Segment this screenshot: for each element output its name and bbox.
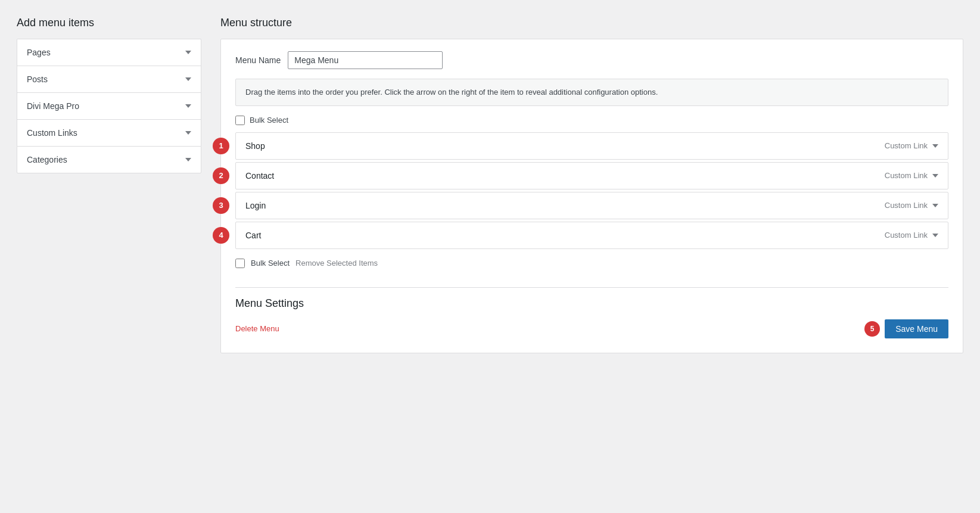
remove-selected-link[interactable]: Remove Selected Items (295, 259, 378, 268)
menu-item-contact-name: Contact (245, 171, 274, 181)
step-badge-3: 3 (213, 197, 229, 214)
accordion-posts-label: Posts (27, 74, 48, 84)
menu-structure-title: Menu structure (220, 17, 963, 29)
chevron-down-icon[interactable] (932, 174, 938, 178)
menu-name-input[interactable] (288, 51, 443, 69)
menu-name-row: Menu Name (235, 51, 948, 69)
add-menu-items-title: Add menu items (17, 17, 201, 29)
right-panel: Menu structure Menu Name Drag the items … (220, 17, 963, 353)
step-badge-4: 4 (213, 227, 229, 244)
menu-item-cart-type-area: Custom Link (885, 231, 938, 240)
chevron-down-icon (185, 77, 191, 81)
menu-item-cart-type: Custom Link (885, 231, 928, 240)
menu-item-row: 3 Login Custom Link (235, 192, 948, 219)
step-badge-1: 1 (213, 138, 229, 154)
save-menu-button[interactable]: Save Menu (885, 319, 948, 338)
bottom-bulk-select-checkbox[interactable] (235, 259, 245, 268)
menu-item-cart-name: Cart (245, 231, 261, 240)
menu-item-contact-type: Custom Link (885, 171, 928, 180)
menu-item-login-type: Custom Link (885, 201, 928, 210)
chevron-down-icon[interactable] (932, 234, 938, 237)
top-bulk-select-label[interactable]: Bulk Select (250, 116, 288, 125)
menu-item-row: 2 Contact Custom Link (235, 162, 948, 189)
bottom-bulk-select-row: Bulk Select Remove Selected Items (235, 259, 948, 268)
menu-items-list: 1 Shop Custom Link 2 (235, 132, 948, 249)
menu-item-shop-name: Shop (245, 141, 265, 151)
menu-item-row: 4 Cart Custom Link (235, 222, 948, 249)
menu-name-label: Menu Name (235, 55, 281, 65)
accordion-pages[interactable]: Pages (17, 39, 201, 66)
menu-item-shop-type-area: Custom Link (885, 141, 938, 150)
menu-item-shop[interactable]: Shop Custom Link (235, 132, 948, 160)
top-bulk-select-checkbox[interactable] (235, 116, 245, 125)
chevron-down-icon[interactable] (932, 204, 938, 207)
menu-item-shop-type: Custom Link (885, 141, 928, 150)
menu-item-row: 1 Shop Custom Link (235, 132, 948, 160)
drag-instruction: Drag the items into the order you prefer… (235, 79, 948, 106)
accordion-pages-label: Pages (27, 48, 51, 57)
accordion-posts[interactable]: Posts (17, 66, 201, 92)
bottom-bulk-select-label[interactable]: Bulk Select (251, 259, 290, 268)
delete-menu-link[interactable]: Delete Menu (235, 324, 279, 333)
step-badge-2: 2 (213, 167, 229, 184)
chevron-down-icon (185, 51, 191, 54)
save-menu-btn-wrapper: 5 Save Menu (864, 319, 948, 338)
menu-settings-title: Menu Settings (235, 287, 948, 310)
chevron-down-icon (185, 131, 191, 135)
chevron-down-icon[interactable] (932, 144, 938, 148)
menu-item-contact[interactable]: Contact Custom Link (235, 162, 948, 189)
menu-item-contact-type-area: Custom Link (885, 171, 938, 180)
chevron-down-icon (185, 104, 191, 108)
accordion-divi-mega-pro[interactable]: Divi Mega Pro (17, 92, 201, 119)
menu-item-cart[interactable]: Cart Custom Link (235, 222, 948, 249)
menu-item-login[interactable]: Login Custom Link (235, 192, 948, 219)
menu-settings-section: Menu Settings Delete Menu 5 Save Menu (235, 287, 948, 338)
accordion-divi-mega-pro-label: Divi Mega Pro (27, 101, 79, 111)
accordion-categories[interactable]: Categories (17, 146, 201, 173)
accordion-custom-links-label: Custom Links (27, 128, 77, 138)
left-panel: Add menu items Pages Posts Divi Mega Pro… (17, 17, 201, 353)
accordion-list: Pages Posts Divi Mega Pro Custom Links C… (17, 39, 201, 173)
top-bulk-select-row: Bulk Select (235, 116, 948, 125)
save-step-badge: 5 (864, 321, 880, 337)
menu-item-login-type-area: Custom Link (885, 201, 938, 210)
delete-footer-row: Delete Menu 5 Save Menu (235, 319, 948, 338)
accordion-categories-label: Categories (27, 155, 67, 164)
accordion-custom-links[interactable]: Custom Links (17, 119, 201, 146)
chevron-down-icon (185, 158, 191, 161)
menu-structure-box: Menu Name Drag the items into the order … (220, 39, 963, 353)
menu-item-login-name: Login (245, 201, 266, 210)
